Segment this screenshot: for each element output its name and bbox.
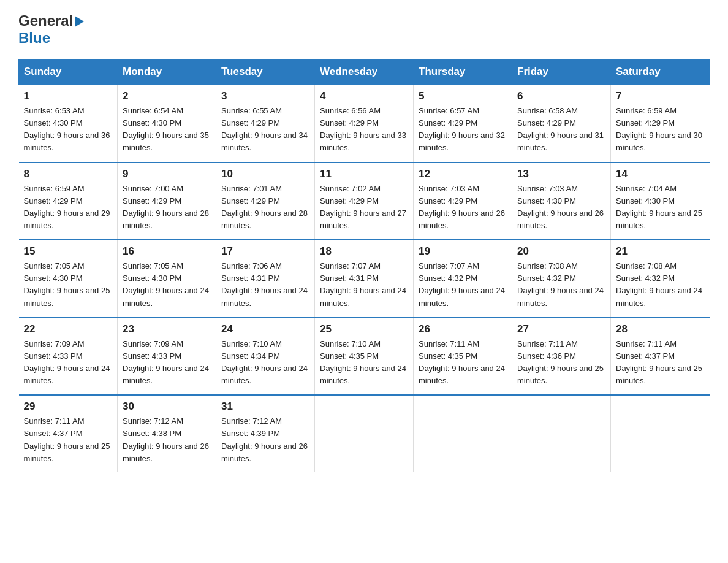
calendar-cell xyxy=(414,395,512,472)
calendar-cell: 24 Sunrise: 7:10 AMSunset: 4:34 PMDaylig… xyxy=(216,318,315,396)
day-number: 13 xyxy=(517,168,605,180)
day-info: Sunrise: 7:09 AMSunset: 4:33 PMDaylight:… xyxy=(24,339,110,385)
day-info: Sunrise: 7:10 AMSunset: 4:34 PMDaylight:… xyxy=(221,339,308,385)
calendar-cell: 2 Sunrise: 6:54 AMSunset: 4:30 PMDayligh… xyxy=(118,85,216,163)
day-number: 25 xyxy=(320,323,408,335)
day-number: 6 xyxy=(517,90,605,102)
day-info: Sunrise: 7:12 AMSunset: 4:38 PMDaylight:… xyxy=(123,416,209,462)
day-info: Sunrise: 7:07 AMSunset: 4:31 PMDaylight:… xyxy=(320,261,406,307)
day-number: 5 xyxy=(419,90,507,102)
weekday-header-thursday: Thursday xyxy=(414,59,512,85)
day-number: 20 xyxy=(517,245,605,258)
day-number: 1 xyxy=(24,90,113,102)
calendar-week-4: 22 Sunrise: 7:09 AMSunset: 4:33 PMDaylig… xyxy=(19,318,710,396)
calendar-cell: 25 Sunrise: 7:10 AMSunset: 4:35 PMDaylig… xyxy=(315,318,414,396)
logo-general: General xyxy=(18,12,73,29)
day-info: Sunrise: 7:10 AMSunset: 4:35 PMDaylight:… xyxy=(320,339,406,385)
day-info: Sunrise: 7:00 AMSunset: 4:29 PMDaylight:… xyxy=(123,184,209,230)
day-number: 2 xyxy=(123,90,211,102)
calendar-cell: 20 Sunrise: 7:08 AMSunset: 4:32 PMDaylig… xyxy=(512,240,611,318)
calendar-cell: 10 Sunrise: 7:01 AMSunset: 4:29 PMDaylig… xyxy=(216,163,315,240)
day-number: 30 xyxy=(123,400,211,413)
calendar-cell: 1 Sunrise: 6:53 AMSunset: 4:30 PMDayligh… xyxy=(19,85,118,163)
day-number: 11 xyxy=(320,168,408,180)
day-info: Sunrise: 7:08 AMSunset: 4:32 PMDaylight:… xyxy=(517,261,604,307)
calendar-cell: 30 Sunrise: 7:12 AMSunset: 4:38 PMDaylig… xyxy=(118,395,216,472)
day-number: 4 xyxy=(320,90,408,102)
calendar-cell: 31 Sunrise: 7:12 AMSunset: 4:39 PMDaylig… xyxy=(216,395,315,472)
weekday-header-row: SundayMondayTuesdayWednesdayThursdayFrid… xyxy=(19,59,710,85)
calendar-cell: 26 Sunrise: 7:11 AMSunset: 4:35 PMDaylig… xyxy=(414,318,512,396)
day-number: 24 xyxy=(221,323,309,335)
calendar-cell: 5 Sunrise: 6:57 AMSunset: 4:29 PMDayligh… xyxy=(414,85,512,163)
day-info: Sunrise: 7:12 AMSunset: 4:39 PMDaylight:… xyxy=(221,416,308,462)
day-info: Sunrise: 7:07 AMSunset: 4:32 PMDaylight:… xyxy=(419,261,505,307)
logo-blue: Blue xyxy=(18,29,50,46)
day-info: Sunrise: 6:53 AMSunset: 4:30 PMDaylight:… xyxy=(24,106,110,152)
weekday-header-saturday: Saturday xyxy=(611,59,710,85)
weekday-header-friday: Friday xyxy=(512,59,611,85)
calendar-cell: 15 Sunrise: 7:05 AMSunset: 4:30 PMDaylig… xyxy=(19,240,118,318)
day-number: 31 xyxy=(221,400,309,413)
day-info: Sunrise: 7:09 AMSunset: 4:33 PMDaylight:… xyxy=(123,339,209,385)
calendar-cell: 29 Sunrise: 7:11 AMSunset: 4:37 PMDaylig… xyxy=(19,395,118,472)
day-info: Sunrise: 7:05 AMSunset: 4:30 PMDaylight:… xyxy=(24,261,110,307)
day-info: Sunrise: 6:59 AMSunset: 4:29 PMDaylight:… xyxy=(616,106,702,152)
day-info: Sunrise: 7:08 AMSunset: 4:32 PMDaylight:… xyxy=(616,261,702,307)
calendar-week-3: 15 Sunrise: 7:05 AMSunset: 4:30 PMDaylig… xyxy=(19,240,710,318)
day-info: Sunrise: 7:11 AMSunset: 4:37 PMDaylight:… xyxy=(24,416,110,462)
calendar-cell: 14 Sunrise: 7:04 AMSunset: 4:30 PMDaylig… xyxy=(611,163,710,240)
day-info: Sunrise: 7:01 AMSunset: 4:29 PMDaylight:… xyxy=(221,184,308,230)
day-info: Sunrise: 7:03 AMSunset: 4:29 PMDaylight:… xyxy=(419,184,505,230)
day-number: 26 xyxy=(419,323,507,335)
day-number: 23 xyxy=(123,323,211,335)
day-info: Sunrise: 7:06 AMSunset: 4:31 PMDaylight:… xyxy=(221,261,308,307)
weekday-header-tuesday: Tuesday xyxy=(216,59,315,85)
day-number: 8 xyxy=(24,168,113,180)
calendar-cell xyxy=(315,395,414,472)
day-info: Sunrise: 6:54 AMSunset: 4:30 PMDaylight:… xyxy=(123,106,209,152)
day-number: 18 xyxy=(320,245,408,258)
day-number: 27 xyxy=(517,323,605,335)
calendar-cell: 17 Sunrise: 7:06 AMSunset: 4:31 PMDaylig… xyxy=(216,240,315,318)
calendar-cell: 13 Sunrise: 7:03 AMSunset: 4:30 PMDaylig… xyxy=(512,163,611,240)
calendar-week-2: 8 Sunrise: 6:59 AMSunset: 4:29 PMDayligh… xyxy=(19,163,710,240)
day-number: 21 xyxy=(616,245,705,258)
day-number: 12 xyxy=(419,168,507,180)
day-info: Sunrise: 6:58 AMSunset: 4:29 PMDaylight:… xyxy=(517,106,604,152)
calendar-cell: 11 Sunrise: 7:02 AMSunset: 4:29 PMDaylig… xyxy=(315,163,414,240)
calendar-cell: 4 Sunrise: 6:56 AMSunset: 4:29 PMDayligh… xyxy=(315,85,414,163)
day-info: Sunrise: 6:56 AMSunset: 4:29 PMDaylight:… xyxy=(320,106,406,152)
calendar-cell: 9 Sunrise: 7:00 AMSunset: 4:29 PMDayligh… xyxy=(118,163,216,240)
day-info: Sunrise: 7:11 AMSunset: 4:35 PMDaylight:… xyxy=(419,339,505,385)
calendar-cell xyxy=(611,395,710,472)
day-info: Sunrise: 7:11 AMSunset: 4:36 PMDaylight:… xyxy=(517,339,604,385)
logo: General Blue xyxy=(18,12,84,47)
weekday-header-monday: Monday xyxy=(118,59,216,85)
day-number: 14 xyxy=(616,168,705,180)
day-number: 3 xyxy=(221,90,309,102)
calendar-cell: 6 Sunrise: 6:58 AMSunset: 4:29 PMDayligh… xyxy=(512,85,611,163)
weekday-header-wednesday: Wednesday xyxy=(315,59,414,85)
day-number: 29 xyxy=(24,400,113,413)
day-info: Sunrise: 6:59 AMSunset: 4:29 PMDaylight:… xyxy=(24,184,110,230)
day-number: 17 xyxy=(221,245,309,258)
day-number: 28 xyxy=(616,323,705,335)
calendar-cell: 21 Sunrise: 7:08 AMSunset: 4:32 PMDaylig… xyxy=(611,240,710,318)
day-info: Sunrise: 6:57 AMSunset: 4:29 PMDaylight:… xyxy=(419,106,505,152)
day-number: 16 xyxy=(123,245,211,258)
page-header: General Blue xyxy=(18,12,710,47)
calendar-cell: 8 Sunrise: 6:59 AMSunset: 4:29 PMDayligh… xyxy=(19,163,118,240)
day-info: Sunrise: 7:04 AMSunset: 4:30 PMDaylight:… xyxy=(616,184,702,230)
calendar-cell: 19 Sunrise: 7:07 AMSunset: 4:32 PMDaylig… xyxy=(414,240,512,318)
day-number: 15 xyxy=(24,245,113,258)
calendar-cell: 18 Sunrise: 7:07 AMSunset: 4:31 PMDaylig… xyxy=(315,240,414,318)
day-number: 7 xyxy=(616,90,705,102)
calendar-cell: 23 Sunrise: 7:09 AMSunset: 4:33 PMDaylig… xyxy=(118,318,216,396)
calendar-cell: 3 Sunrise: 6:55 AMSunset: 4:29 PMDayligh… xyxy=(216,85,315,163)
day-number: 10 xyxy=(221,168,309,180)
day-info: Sunrise: 7:05 AMSunset: 4:30 PMDaylight:… xyxy=(123,261,209,307)
calendar-cell: 28 Sunrise: 7:11 AMSunset: 4:37 PMDaylig… xyxy=(611,318,710,396)
calendar-cell: 7 Sunrise: 6:59 AMSunset: 4:29 PMDayligh… xyxy=(611,85,710,163)
calendar-cell: 22 Sunrise: 7:09 AMSunset: 4:33 PMDaylig… xyxy=(19,318,118,396)
